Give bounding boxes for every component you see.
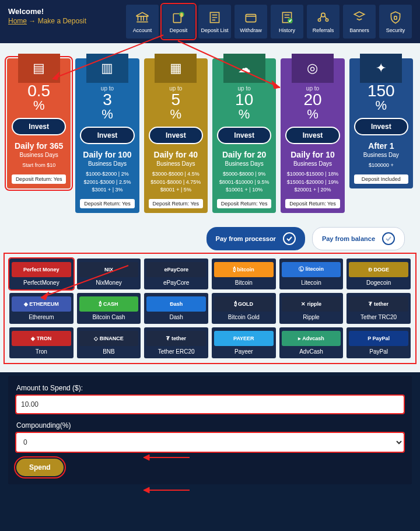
plan-deposit-return: Deposit Included [354, 174, 408, 184]
plan-rate: 150% [368, 83, 395, 112]
nav-account[interactable]: Account [126, 5, 159, 39]
check-icon [283, 232, 296, 245]
tab-pay-balance[interactable]: Pay from balance [312, 227, 405, 250]
invest-button[interactable]: Invest [285, 127, 340, 144]
processor-dogecoin[interactable]: Ð DOGEDogecoin [346, 258, 411, 289]
invest-button[interactable]: Invest [354, 118, 408, 135]
plan-title: After 1 [368, 141, 394, 151]
nav-withdraw[interactable]: Withdraw [235, 5, 267, 39]
processor-logo: ePayCore [146, 262, 206, 277]
processor-bitcoin[interactable]: ₿ bitcoinBitcoin [212, 258, 276, 289]
nav-referrals[interactable]: Referrals [307, 5, 340, 39]
plan-card-1: ▥up to3%InvestDaily for 100Business Days… [75, 58, 139, 213]
processor-label: ePayCore [163, 280, 189, 286]
tab-pay-processor[interactable]: Pay from processor [206, 227, 305, 250]
processor-label: Dogecoin [366, 280, 391, 286]
invest-button[interactable]: Invest [12, 118, 66, 135]
welcome-block: Welcome! Home → Make a Deposit [8, 5, 102, 25]
nav-label: Account [133, 27, 152, 33]
nav-banners[interactable]: Banners [343, 5, 376, 39]
plan-rate: 10% [235, 92, 253, 121]
plan-card-2: ▦up to5%InvestDaily for 40Business Days$… [144, 58, 208, 213]
invest-button[interactable]: Invest [217, 127, 271, 144]
nav-label: History [279, 27, 295, 33]
pay-source-tabs: Pay from processor Pay from balance [7, 213, 413, 250]
plan-card-5: ✦150%InvestAfter 1Business Day$100000 +D… [349, 58, 413, 188]
spend-button[interactable]: Spend [16, 459, 64, 476]
processor-perfectmoney[interactable]: Perfect MoneyPerfectMoney [9, 258, 74, 289]
plan-icon: ✦ [360, 54, 402, 83]
plan-deposit-return: Deposit Return: Yes [285, 199, 340, 208]
processor-label: Payeer [235, 348, 253, 355]
processor-ethereum[interactable]: ◆ ETHEREUMEthereum [9, 293, 74, 324]
svg-rect-10 [394, 16, 397, 19]
plan-upto: up to [169, 85, 182, 92]
processor-dash[interactable]: ÐashDash [144, 293, 208, 324]
history-icon [279, 10, 295, 25]
processor-paypal[interactable]: P PayPalPayPal [346, 327, 411, 358]
invest-button[interactable]: Invest [80, 127, 134, 144]
plan-tiers: $100000 + [369, 162, 394, 170]
amount-input[interactable] [16, 396, 404, 413]
processor-tron[interactable]: ◈ TRONTron [9, 327, 74, 358]
processor-epaycore[interactable]: ePayCoreePayCore [144, 258, 208, 289]
breadcrumb-home[interactable]: Home [8, 17, 27, 25]
processor-logo: Perfect Money [12, 262, 71, 277]
nav-deposit-list[interactable]: Deposit List [198, 5, 231, 39]
processor-logo: ₿ CASH [79, 296, 139, 312]
processor-label: Ethereum [29, 314, 54, 320]
plan-card-3: ☁up to10%InvestDaily for 20Business Days… [212, 58, 276, 213]
processor-tether-trc20[interactable]: ₮ tetherTether TRC20 [346, 293, 411, 324]
invest-button[interactable]: Invest [149, 127, 203, 144]
nav-label: Referrals [313, 27, 334, 33]
plan-icon: ◎ [292, 54, 334, 83]
plan-icon: ☁ [223, 54, 265, 83]
nav-deposit[interactable]: $ Deposit [162, 5, 195, 39]
plan-tiers: Start from $10 [22, 162, 55, 170]
processor-tether-erc20[interactable]: ₮ tetherTether ERC20 [144, 327, 208, 358]
processor-label: NixMoney [96, 280, 121, 286]
referrals-icon [315, 10, 331, 25]
svg-marker-20 [144, 487, 149, 493]
svg-point-7 [321, 13, 326, 17]
processor-ripple[interactable]: ✕ rippleRipple [279, 293, 344, 324]
plans-row: ▤0.5%InvestDaily for 365Business DaysSta… [7, 58, 413, 213]
processor-logo: Ðash [146, 296, 206, 312]
processor-label: AdvCash [299, 348, 323, 355]
welcome-text: Welcome! [8, 7, 102, 16]
processor-grid: Perfect MoneyPerfectMoneyNIXNixMoneyePay… [7, 256, 413, 361]
processor-payeer[interactable]: PAYEERPayeer [212, 327, 276, 358]
plan-deposit-return: Deposit Return: Yes [80, 199, 134, 208]
processor-logo: ₮ tether [146, 331, 206, 346]
plan-tiers: $5000-$8000 | 9%$8001-$10000 | 9.5%$1000… [219, 170, 270, 194]
plan-icon: ▤ [18, 54, 60, 83]
plan-icon: ▥ [86, 54, 128, 83]
processor-logo: PAYEER [214, 331, 274, 346]
processor-label: Litecoin [301, 280, 321, 286]
plan-subtitle: Business Day [363, 152, 399, 158]
processor-logo: ₿ GOLD [214, 296, 274, 312]
processor-logo: ₿ bitcoin [214, 262, 274, 277]
tab-label: Pay from processor [216, 235, 276, 242]
plan-upto: up to [306, 85, 319, 92]
plan-deposit-return: Deposit Return: Yes [12, 174, 66, 184]
plan-subtitle: Business Days [20, 152, 58, 158]
processor-logo: ▸ Advcash [282, 331, 341, 346]
compounding-select[interactable]: 0 [16, 433, 404, 452]
svg-point-9 [326, 19, 328, 21]
processor-bitcoin-gold[interactable]: ₿ GOLDBitcoin Gold [212, 293, 276, 324]
nav-history[interactable]: History [271, 5, 303, 39]
processor-label: Bitcoin Cash [92, 314, 125, 320]
plan-title: Daily for 365 [15, 141, 63, 151]
processor-bnb[interactable]: ◇ BINANCEBNB [77, 327, 141, 358]
processor-logo: ◈ TRON [12, 331, 71, 346]
processor-bitcoin-cash[interactable]: ₿ CASHBitcoin Cash [77, 293, 141, 324]
processor-nixmoney[interactable]: NIXNixMoney [77, 258, 141, 289]
nav-security[interactable]: Security [379, 5, 412, 39]
nav-label: Deposit [170, 27, 188, 33]
processor-label: Tron [36, 348, 47, 355]
processor-label: Bitcoin Gold [228, 314, 260, 320]
processor-advcash[interactable]: ▸ AdvcashAdvCash [279, 327, 344, 358]
processor-litecoin[interactable]: Ⓛ litecoinLitecoin [279, 258, 344, 289]
breadcrumb: Home → Make a Deposit [8, 17, 102, 25]
